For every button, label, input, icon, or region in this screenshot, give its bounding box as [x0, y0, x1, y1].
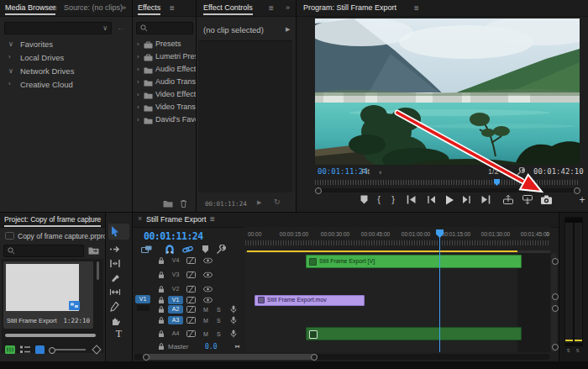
project-item-thumbnail[interactable] — [6, 264, 79, 311]
panel-menu-icon[interactable]: ≡ — [210, 214, 215, 224]
project-search-input[interactable] — [3, 245, 84, 257]
lock-icon[interactable] — [158, 257, 165, 265]
collapsed-chevron-icon[interactable]: › — [137, 40, 139, 48]
project-home-icon[interactable] — [5, 232, 14, 240]
track-output-eye-icon[interactable] — [203, 287, 213, 293]
clip-still-frame-export-mov[interactable]: Still Frame Export.mov — [255, 295, 365, 306]
type-tool[interactable]: T — [109, 328, 129, 341]
project-filename[interactable]: Copy of frame capture.prproj — [18, 232, 105, 240]
effects-bin-davids-favorites[interactable]: › David's Favorites — [133, 114, 196, 127]
panel-menu-icon[interactable]: ≡ — [170, 3, 175, 13]
tab-effects[interactable]: Effects — [138, 3, 160, 15]
step-back-button[interactable] — [425, 194, 438, 208]
track-header-v1[interactable]: V1 — [133, 294, 245, 305]
track-header-a3[interactable]: A3 M S — [133, 314, 245, 327]
overflow-tabs-icon[interactable]: » — [122, 3, 126, 12]
slip-tool[interactable] — [109, 287, 129, 300]
project-item-tile[interactable]: Still Frame Export 1:22:10 — [3, 261, 93, 329]
panel-menu-icon[interactable]: ≡ — [414, 3, 419, 13]
program-video-preview[interactable] — [315, 18, 580, 165]
project-writable-icon[interactable] — [5, 345, 15, 354]
add-marker-button[interactable] — [359, 194, 372, 208]
program-scrollbar[interactable] — [315, 188, 580, 192]
panel-menu-icon[interactable]: ⋮ — [85, 214, 93, 224]
track-resize-knob[interactable] — [552, 293, 559, 300]
settings-wrench-icon[interactable] — [516, 167, 525, 177]
hand-tool[interactable] — [109, 315, 129, 329]
zoom-level-dropdown[interactable]: Fit ∨ — [361, 167, 382, 176]
lock-icon[interactable] — [158, 342, 165, 350]
step-forward-button[interactable] — [462, 194, 475, 208]
timeline-h-scrollbar-thumb[interactable] — [143, 354, 318, 360]
track-name[interactable]: V2 — [168, 285, 183, 293]
scrollbar-knob-right[interactable] — [311, 354, 318, 361]
track-output-eye-icon[interactable] — [203, 258, 213, 264]
button-editor-plus[interactable]: + — [575, 194, 588, 208]
lock-icon[interactable] — [158, 296, 165, 303]
tab-sequence[interactable]: Still Frame Export — [146, 215, 207, 225]
go-to-out-button[interactable] — [480, 194, 494, 208]
expanded-chevron-icon[interactable]: ∨ — [8, 40, 13, 48]
scrollbar-knob-left[interactable] — [315, 187, 322, 194]
effects-bin-audio-effects[interactable]: › Audio Effects — [133, 64, 196, 76]
effects-bin-video-transitions[interactable]: › Video Transitions — [133, 102, 196, 114]
timeline-playhead-line[interactable] — [439, 229, 440, 352]
collapsed-chevron-icon[interactable]: › — [137, 103, 139, 111]
ripple-edit-tool[interactable] — [109, 258, 129, 271]
sync-lock-icon[interactable] — [186, 286, 196, 293]
collapsed-chevron-icon[interactable]: › — [137, 66, 139, 73]
voiceover-mic-icon[interactable] — [230, 305, 237, 314]
zoom-slider-handle[interactable] — [49, 347, 55, 354]
sync-lock-icon[interactable] — [186, 271, 196, 278]
collapsed-chevron-icon[interactable]: › — [137, 78, 139, 86]
export-frame-camera-button[interactable] — [540, 194, 554, 208]
tab-media-browser[interactable]: Media Browser — [5, 3, 55, 15]
sync-lock-icon[interactable] — [186, 330, 196, 337]
track-name[interactable]: V4 — [168, 256, 183, 265]
extract-button[interactable] — [522, 194, 535, 208]
list-view-button[interactable] — [20, 345, 30, 354]
sync-lock-icon[interactable] — [186, 257, 196, 264]
razor-tool[interactable] — [109, 272, 129, 286]
panel-menu-icon[interactable]: ≡ — [52, 3, 57, 13]
voiceover-mic-icon[interactable] — [230, 316, 237, 324]
solo-button[interactable]: S — [217, 318, 221, 324]
lock-icon[interactable] — [158, 306, 165, 314]
scrollbar-knob-left[interactable] — [143, 354, 150, 361]
lock-icon[interactable] — [158, 271, 165, 279]
selection-tool[interactable] — [109, 225, 129, 239]
pen-tool[interactable] — [109, 301, 129, 314]
mark-in-button[interactable]: { — [372, 194, 386, 208]
track-output-eye-icon[interactable] — [203, 297, 213, 303]
loop-icon[interactable]: ↻ — [274, 198, 281, 206]
mixdown-icon[interactable]: ▸◂ — [235, 343, 238, 350]
project-item-name[interactable]: Still Frame Export — [7, 317, 57, 324]
go-to-in-button[interactable] — [406, 194, 419, 208]
effects-bin-audio-transitions[interactable]: › Audio Transitions — [133, 76, 196, 89]
collapsed-chevron-icon[interactable]: › — [137, 53, 139, 61]
collapsed-chevron-icon[interactable]: › — [137, 91, 139, 98]
track-resize-knob[interactable] — [552, 344, 559, 351]
track-output-eye-icon[interactable] — [203, 272, 213, 278]
track-header-a4[interactable]: A4 M S — [133, 327, 245, 340]
audio-meter-well[interactable] — [564, 217, 583, 346]
icon-view-button[interactable] — [35, 345, 45, 354]
play-in-out-icon[interactable]: ▶ — [257, 199, 261, 206]
new-custom-bin-icon[interactable] — [163, 199, 173, 208]
collapsed-chevron-icon[interactable]: › — [8, 53, 11, 61]
tab-close-icon[interactable]: × — [138, 214, 142, 223]
track-header-v3[interactable]: V3 — [133, 268, 245, 282]
bin-scrollbar[interactable] — [97, 261, 99, 280]
track-header-a2[interactable]: A2 M S — [133, 305, 245, 314]
voiceover-mic-icon[interactable] — [230, 329, 237, 338]
overflow-tabs-icon[interactable]: » — [286, 3, 290, 12]
sync-lock-icon[interactable] — [186, 297, 196, 303]
tab-program[interactable]: Program: Still Frame Export — [303, 3, 396, 13]
track-name[interactable]: A2 — [168, 305, 183, 314]
sync-lock-icon[interactable] — [186, 306, 196, 313]
work-area-bar[interactable] — [247, 250, 517, 252]
search-bin-icon[interactable] — [88, 245, 99, 255]
lock-icon[interactable] — [158, 329, 165, 337]
track-name[interactable]: A3 — [168, 316, 183, 324]
playback-resolution-dropdown[interactable]: 1/2 ∨ — [488, 167, 509, 176]
